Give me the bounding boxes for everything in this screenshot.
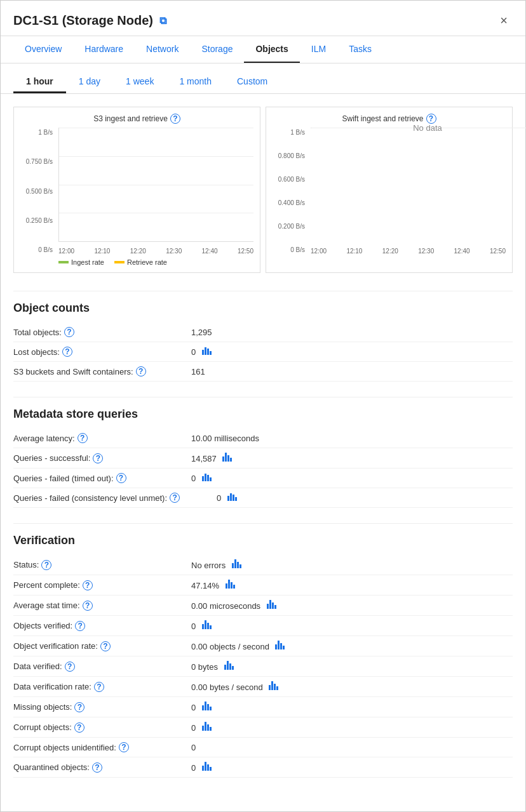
- queries-success-bar-icon[interactable]: [222, 453, 232, 462]
- swift-x-labels: 12:00 12:10 12:20 12:30 12:40 12:50: [311, 248, 506, 255]
- objects-verified-row: Objects verified: ? 0: [13, 616, 513, 636]
- corrupt-objects-unidentified-row: Corrupt objects unidentified: ? 0: [13, 738, 513, 757]
- data-verification-rate-label: Data verification rate: ?: [13, 682, 191, 692]
- modal-header: DC1-S1 (Storage Node) ⧉ ×: [1, 1, 525, 36]
- data-verified-row: Data verified: ? 0 bytes: [13, 656, 513, 677]
- queries-failed-timeout-label: Queries - failed (timed out): ?: [13, 473, 191, 483]
- lost-objects-label: Lost objects: ?: [13, 347, 191, 357]
- ingest-rate-legend-dot: [58, 261, 69, 263]
- status-row: Status: ? No errors: [13, 555, 513, 575]
- total-objects-help[interactable]: ?: [64, 327, 74, 337]
- swift-chart-area: 1 B/s 0.800 B/s 0.600 B/s 0.400 B/s 0.20…: [273, 128, 506, 255]
- corrupt-objects-unidentified-value: 0: [191, 743, 513, 752]
- tab-storage[interactable]: Storage: [190, 36, 244, 63]
- corrupt-objects-help[interactable]: ?: [74, 722, 84, 733]
- quarantined-objects-bar-icon[interactable]: [202, 762, 212, 771]
- object-counts-section: Object counts Total objects: ? 1,295 Los…: [1, 281, 525, 387]
- data-verification-rate-row: Data verification rate: ? 0.00 bytes / s…: [13, 677, 513, 697]
- s3-chart-help-icon[interactable]: ?: [170, 114, 180, 124]
- queries-failed-consistency-value: 0: [217, 493, 513, 503]
- modal-container: DC1-S1 (Storage Node) ⧉ × Overview Hardw…: [0, 0, 526, 812]
- time-tab-1day[interactable]: 1 day: [66, 71, 113, 93]
- objects-verified-bar-icon[interactable]: [202, 620, 212, 629]
- missing-objects-value: 0: [191, 702, 513, 712]
- verification-section: Verification Status: ? No errors Percent…: [1, 513, 525, 783]
- tab-network[interactable]: Network: [135, 36, 190, 63]
- retrieve-rate-legend-dot: [114, 261, 125, 263]
- avg-latency-value: 10.00 milliseconds: [191, 434, 513, 443]
- s3-chart-box: S3 ingest and retrieve ? 1 B/s 0.750 B/s…: [13, 107, 260, 273]
- external-link-icon[interactable]: ⧉: [159, 15, 166, 27]
- s3-buckets-value: 161: [191, 367, 513, 376]
- corrupt-objects-unidentified-help[interactable]: ?: [119, 742, 129, 752]
- time-tab-1week[interactable]: 1 week: [113, 71, 166, 93]
- avg-stat-time-bar-icon[interactable]: [267, 600, 276, 609]
- objects-verified-help[interactable]: ?: [75, 621, 85, 631]
- percent-complete-label: Percent complete: ?: [13, 580, 191, 590]
- queries-failed-timeout-bar-icon[interactable]: [202, 474, 212, 481]
- lost-objects-row: Lost objects: ? 0: [13, 342, 513, 362]
- tab-objects[interactable]: Objects: [244, 36, 299, 63]
- avg-stat-time-row: Average stat time: ? 0.00 microseconds: [13, 596, 513, 616]
- tab-ilm[interactable]: ILM: [300, 36, 337, 63]
- close-button[interactable]: ×: [495, 11, 513, 30]
- data-verified-help[interactable]: ?: [65, 662, 75, 672]
- missing-objects-bar-icon[interactable]: [202, 702, 212, 710]
- percent-complete-help[interactable]: ?: [83, 580, 93, 590]
- queries-failed-consistency-help[interactable]: ?: [170, 493, 180, 503]
- objects-verified-value: 0: [191, 620, 513, 631]
- swift-no-data: No data: [413, 123, 442, 133]
- time-tab-custom[interactable]: Custom: [224, 71, 280, 93]
- lost-objects-help[interactable]: ?: [62, 347, 72, 357]
- time-tabs: 1 hour 1 day 1 week 1 month Custom: [1, 63, 525, 94]
- queries-success-label: Queries - successful: ?: [13, 453, 191, 463]
- missing-objects-help[interactable]: ?: [74, 702, 84, 712]
- object-verification-rate-bar-icon[interactable]: [275, 641, 285, 649]
- time-tab-1month[interactable]: 1 month: [166, 71, 224, 93]
- status-help[interactable]: ?: [41, 560, 51, 570]
- s3-buckets-help[interactable]: ?: [136, 366, 146, 376]
- tab-hardware[interactable]: Hardware: [73, 36, 135, 63]
- queries-failed-timeout-help[interactable]: ?: [116, 473, 126, 483]
- quarantined-objects-row: Quarantined objects: ? 0: [13, 757, 513, 778]
- lost-objects-bar-icon[interactable]: [202, 347, 212, 355]
- percent-complete-row: Percent complete: ? 47.14%: [13, 575, 513, 596]
- percent-complete-value: 47.14%: [191, 580, 513, 590]
- time-tab-1hour[interactable]: 1 hour: [13, 71, 66, 93]
- data-verification-rate-bar-icon[interactable]: [269, 681, 278, 690]
- object-verification-rate-label: Object verification rate: ?: [13, 641, 191, 651]
- tab-overview[interactable]: Overview: [13, 36, 73, 63]
- corrupt-objects-bar-icon[interactable]: [202, 722, 212, 731]
- modal-title: DC1-S1 (Storage Node) ⧉: [13, 13, 166, 28]
- percent-complete-bar-icon[interactable]: [226, 580, 235, 589]
- data-verified-value: 0 bytes: [191, 661, 513, 672]
- object-verification-rate-help[interactable]: ?: [100, 641, 111, 651]
- tab-tasks[interactable]: Tasks: [337, 36, 383, 63]
- total-objects-value: 1,295: [191, 328, 513, 337]
- corrupt-objects-value: 0: [191, 722, 513, 733]
- s3-buckets-row: S3 buckets and Swift containers: ? 161: [13, 362, 513, 382]
- avg-latency-help[interactable]: ?: [78, 433, 88, 443]
- corrupt-objects-row: Corrupt objects: ? 0: [13, 717, 513, 738]
- queries-success-row: Queries - successful: ? 14,587: [13, 448, 513, 469]
- queries-success-help[interactable]: ?: [93, 453, 103, 463]
- missing-objects-row: Missing objects: ? 0: [13, 697, 513, 717]
- queries-success-value: 14,587: [191, 453, 513, 463]
- s3-chart-area: 1 B/s 0.750 B/s 0.500 B/s 0.250 B/s 0 B/…: [20, 128, 253, 255]
- quarantined-objects-help[interactable]: ?: [92, 762, 102, 773]
- swift-y-axis: 1 B/s 0.800 B/s 0.600 B/s 0.400 B/s 0.20…: [273, 128, 307, 255]
- title-text: DC1-S1 (Storage Node): [13, 13, 153, 28]
- object-verification-rate-value: 0.00 objects / second: [191, 641, 513, 651]
- corrupt-objects-label: Corrupt objects: ?: [13, 722, 191, 733]
- queries-failed-timeout-value: 0: [191, 474, 513, 483]
- data-verification-rate-help[interactable]: ?: [94, 682, 104, 692]
- lost-objects-value: 0: [191, 347, 513, 357]
- corrupt-objects-unidentified-label: Corrupt objects unidentified: ?: [13, 742, 191, 752]
- data-verified-bar-icon[interactable]: [224, 661, 234, 670]
- status-bar-icon[interactable]: [232, 559, 241, 568]
- object-verification-rate-row: Object verification rate: ? 0.00 objects…: [13, 636, 513, 656]
- verification-title: Verification: [13, 523, 513, 547]
- avg-stat-time-help[interactable]: ?: [83, 601, 93, 611]
- swift-chart-inner: No data: [311, 128, 526, 128]
- queries-failed-consistency-bar-icon[interactable]: [227, 493, 237, 501]
